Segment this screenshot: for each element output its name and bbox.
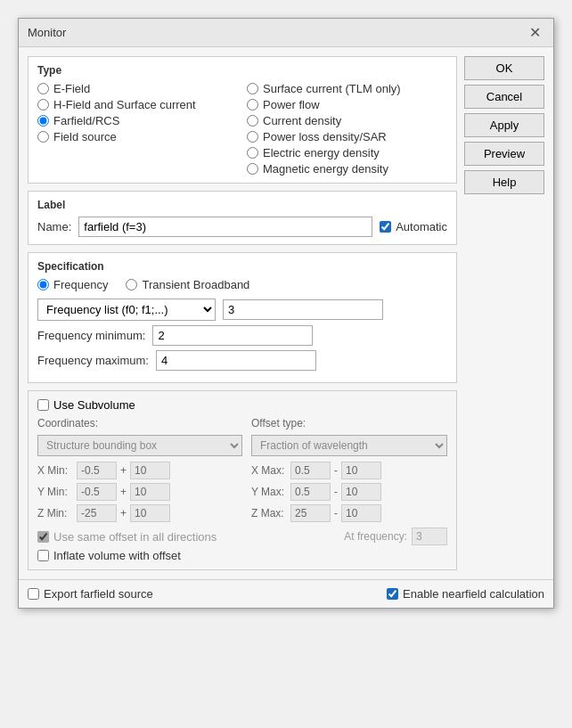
- enable-nearfield-label[interactable]: Enable nearfield calculation: [403, 587, 544, 601]
- cancel-button[interactable]: Cancel: [464, 85, 544, 109]
- frequency-radio[interactable]: [37, 279, 49, 290]
- main-panel: Type E-Field Surface current (TLM only) …: [28, 56, 457, 570]
- radio-empty2: [37, 162, 238, 176]
- radio-transient[interactable]: Transient Broadband: [126, 278, 249, 291]
- x-min-label: X Min:: [37, 464, 73, 477]
- y-min-row: Y Min: +: [37, 483, 233, 501]
- preview-button[interactable]: Preview: [464, 142, 544, 166]
- automatic-label[interactable]: Automatic: [396, 220, 447, 233]
- fieldsource-radio[interactable]: [37, 131, 49, 143]
- offset-dropdown[interactable]: Fraction of wavelength: [251, 435, 447, 456]
- use-subvolume-checkbox[interactable]: [37, 399, 49, 411]
- export-farfield-label[interactable]: Export farfield source: [44, 587, 153, 601]
- inflate-label[interactable]: Inflate volume with offset: [53, 549, 181, 562]
- freq-min-label: Frequency minimum:: [37, 329, 145, 342]
- enable-nearfield-checkbox[interactable]: [387, 588, 398, 600]
- radio-frequency[interactable]: Frequency: [37, 278, 108, 291]
- z-min-offset-input[interactable]: [130, 504, 170, 522]
- same-offset-row: Use same offset in all directions At fre…: [37, 528, 447, 545]
- offset-label-container: Offset type:: [251, 417, 447, 431]
- radio-efield[interactable]: E-Field: [37, 82, 238, 95]
- radio-fieldsource[interactable]: Field source: [37, 130, 238, 143]
- z-max-offset-input[interactable]: [341, 504, 381, 522]
- export-farfield-checkbox[interactable]: [28, 588, 39, 600]
- currentdensity-label[interactable]: Current density: [263, 114, 341, 127]
- freq-max-input[interactable]: [156, 350, 316, 371]
- coords-dropdown[interactable]: Structure bounding box: [37, 435, 242, 456]
- farfield-label[interactable]: Farfield/RCS: [53, 114, 119, 127]
- farfield-radio[interactable]: [37, 115, 49, 127]
- x-max-offset-input[interactable]: [341, 462, 381, 479]
- apply-button[interactable]: Apply: [464, 113, 544, 137]
- z-max-label: Z Max:: [251, 507, 287, 519]
- y-max-input[interactable]: [290, 483, 331, 501]
- close-button[interactable]: ✕: [526, 24, 544, 41]
- use-subvolume-label[interactable]: Use Subvolume: [53, 398, 135, 412]
- title-bar: Monitor ✕: [19, 19, 553, 47]
- powerlossar-radio[interactable]: [247, 131, 258, 143]
- same-offset-checkbox[interactable]: [37, 531, 49, 543]
- y-min-input[interactable]: [77, 483, 117, 501]
- transient-label[interactable]: Transient Broadband: [142, 278, 249, 291]
- magneticenergy-radio[interactable]: [247, 163, 258, 175]
- y-min-offset-input[interactable]: [130, 483, 170, 501]
- y-max-label: Y Max:: [251, 486, 287, 498]
- x-min-plus: +: [120, 464, 127, 477]
- freq-list-input[interactable]: [223, 299, 383, 320]
- electricenergy-label[interactable]: Electric energy density: [263, 146, 380, 160]
- hfield-label[interactable]: H-Field and Surface current: [53, 98, 196, 111]
- same-offset-checkbox-item[interactable]: Use same offset in all directions: [37, 530, 217, 544]
- y-max-minus: -: [334, 486, 338, 498]
- label-section: Label Name: Automatic: [28, 191, 457, 245]
- inflate-checkbox-item[interactable]: Inflate volume with offset: [37, 549, 447, 562]
- surfcurrent-radio[interactable]: [247, 83, 258, 94]
- x-max-input[interactable]: [290, 462, 331, 479]
- z-max-input[interactable]: [290, 504, 331, 522]
- x-min-input[interactable]: [77, 462, 117, 479]
- z-min-input[interactable]: [77, 504, 117, 522]
- electricenergy-radio[interactable]: [247, 147, 258, 159]
- y-max-offset-input[interactable]: [341, 483, 381, 501]
- freq-min-input[interactable]: [152, 325, 313, 346]
- radio-currentdensity[interactable]: Current density: [247, 114, 447, 127]
- same-offset-label[interactable]: Use same offset in all directions: [53, 530, 217, 544]
- radio-surfcurrent[interactable]: Surface current (TLM only): [247, 82, 447, 95]
- radio-electricenergy[interactable]: Electric energy density: [247, 146, 447, 160]
- ok-button[interactable]: OK: [464, 56, 544, 80]
- x-min-offset-input[interactable]: [130, 462, 170, 479]
- inflate-checkbox[interactable]: [37, 550, 49, 561]
- surfcurrent-label[interactable]: Surface current (TLM only): [263, 82, 401, 95]
- radio-empty: [37, 146, 238, 160]
- help-button[interactable]: Help: [464, 170, 544, 194]
- radio-powerlossar[interactable]: Power loss density/SAR: [247, 130, 447, 143]
- y-min-label: Y Min:: [37, 486, 73, 498]
- freq-list-dropdown[interactable]: Frequency list (f0; f1;...): [37, 299, 216, 321]
- currentdensity-radio[interactable]: [247, 115, 258, 127]
- type-radio-grid: E-Field Surface current (TLM only) H-Fie…: [37, 82, 447, 176]
- frequency-label[interactable]: Frequency: [53, 278, 108, 291]
- coords-labels-row: Coordinates: Offset type:: [37, 417, 447, 431]
- type-title: Type: [37, 64, 447, 77]
- hfield-radio[interactable]: [37, 99, 49, 110]
- powerflow-label[interactable]: Power flow: [263, 98, 320, 111]
- at-freq-input[interactable]: [412, 528, 447, 545]
- radio-farfield[interactable]: Farfield/RCS: [37, 114, 238, 127]
- enable-nearfield-item[interactable]: Enable nearfield calculation: [387, 587, 544, 601]
- powerflow-radio[interactable]: [247, 99, 258, 110]
- radio-powerflow[interactable]: Power flow: [247, 98, 447, 111]
- powerlossar-label[interactable]: Power loss density/SAR: [263, 130, 387, 143]
- automatic-checkbox[interactable]: [380, 221, 391, 233]
- spec-title: Specification: [37, 260, 447, 273]
- automatic-checkbox-item[interactable]: Automatic: [380, 220, 447, 233]
- efield-label[interactable]: E-Field: [53, 82, 90, 95]
- fieldsource-label[interactable]: Field source: [53, 130, 117, 143]
- radio-hfield[interactable]: H-Field and Surface current: [37, 98, 238, 111]
- export-farfield-item[interactable]: Export farfield source: [28, 587, 153, 601]
- transient-radio[interactable]: [126, 279, 137, 290]
- efield-radio[interactable]: [37, 83, 49, 94]
- magneticenergy-label[interactable]: Magnetic energy density: [263, 162, 388, 176]
- freq-max-label: Frequency maximum:: [37, 354, 149, 367]
- radio-magneticenergy[interactable]: Magnetic energy density: [247, 162, 447, 176]
- spec-radios: Frequency Transient Broadband: [37, 278, 447, 291]
- name-input[interactable]: [78, 217, 372, 237]
